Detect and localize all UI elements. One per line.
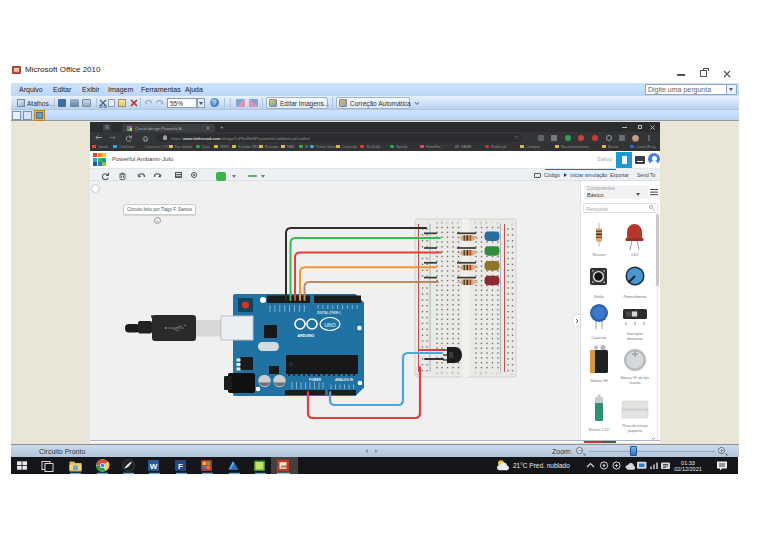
svg-text:W: W [150,462,158,471]
svg-text:Interruptor: Interruptor [627,332,644,336]
svg-text:Bateria 9V do tipo: Bateria 9V do tipo [621,376,650,380]
svg-text:02/12/2021: 02/12/2021 [674,466,702,472]
svg-text:ARDUINO: ARDUINO [298,334,315,338]
svg-text:–: – [428,221,430,225]
svg-text:Botão: Botão [594,295,603,299]
svg-text:Capacitor: Capacitor [591,336,607,340]
svg-text:Bateria 9H: Bateria 9H [591,379,608,383]
svg-text:+: + [511,372,513,376]
svg-text:–: – [428,371,430,375]
svg-text:+: + [511,222,513,226]
svg-text:moeda: moeda [630,381,641,385]
svg-text:+: + [417,222,419,226]
svg-text:01:33: 01:33 [681,460,695,466]
svg-text:–: – [499,221,501,225]
svg-text:deslizante: deslizante [627,337,643,341]
svg-text:F: F [178,462,183,471]
svg-text:LED: LED [632,253,639,257]
svg-text:Placa de ensaio: Placa de ensaio [622,424,648,428]
svg-text:Resistor: Resistor [592,253,606,257]
svg-text:ANALOG IN: ANALOG IN [335,378,354,382]
svg-text:DIGITAL (PWM~): DIGITAL (PWM~) [317,311,341,315]
svg-text:–: – [499,371,501,375]
svg-text:21°C Pred. nublado: 21°C Pred. nublado [513,462,570,469]
svg-text:Bateria 1,5V: Bateria 1,5V [589,428,609,432]
svg-text:UNO: UNO [324,322,335,328]
svg-text:POWER: POWER [309,378,322,382]
svg-text:Potenciômetro: Potenciômetro [623,295,646,299]
svg-text:+: + [417,372,419,376]
svg-text:pequena: pequena [628,429,642,433]
